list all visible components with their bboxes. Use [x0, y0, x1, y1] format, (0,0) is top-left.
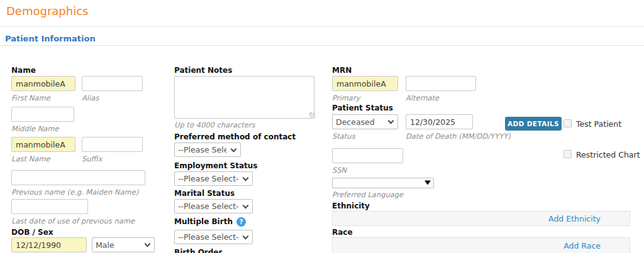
employment-status-select[interactable]: --Please Select--: [174, 171, 253, 186]
alias-label: Alias: [82, 94, 143, 102]
patient-status-group-label: Patient Status: [332, 104, 630, 112]
marital-status-label: Marital Status: [174, 189, 316, 198]
date-of-death-input[interactable]: [406, 114, 473, 129]
dob-input[interactable]: [11, 237, 87, 252]
preferred-contact-select[interactable]: --Please Select--: [174, 143, 241, 157]
mrn-alternate-label: Alternate: [406, 94, 476, 102]
suffix-label: Suffix: [82, 154, 143, 163]
previous-name-end-date-input[interactable]: [11, 199, 88, 214]
preferred-contact-label: Preferred method of contact: [174, 132, 316, 141]
restricted-chart-checkbox[interactable]: [564, 150, 572, 158]
previous-name-label: Previous name (e.g. Maiden Name): [11, 188, 157, 196]
add-ethnicity-link[interactable]: Add Ethnicity: [548, 214, 601, 223]
name-group-label: Name: [11, 66, 157, 75]
mrn-primary-label: Primary: [332, 94, 398, 102]
last-name-label: Last Name: [11, 154, 75, 163]
ethnicity-box: Add Ethnicity: [332, 211, 630, 226]
notes-column: Patient Notes Up to 4000 characters Pref…: [174, 66, 316, 253]
first-name-input[interactable]: [11, 76, 75, 91]
mrn-primary-input[interactable]: [332, 76, 398, 91]
alias-input[interactable]: [82, 76, 143, 91]
patient-notes-textarea[interactable]: [174, 76, 314, 119]
help-icon[interactable]: ?: [236, 217, 246, 227]
ethnicity-label: Ethnicity: [332, 202, 630, 210]
race-label: Race: [332, 228, 630, 237]
last-name-input[interactable]: [11, 137, 75, 152]
patient-notes-hint: Up to 4000 characters: [174, 121, 316, 129]
patient-status-label: Status: [332, 132, 398, 141]
name-column: Name First Name Alias Middle Name Last N…: [11, 66, 157, 252]
multiple-birth-select[interactable]: --Please Select--: [174, 230, 253, 244]
patient-notes-label: Patient Notes: [174, 66, 316, 75]
preferred-language-label: Preferred Language: [332, 190, 630, 199]
ssn-input[interactable]: [332, 148, 403, 163]
ssn-label: SSN: [332, 166, 630, 175]
page-title: Demographics: [6, 4, 88, 18]
record-column: MRN Primary Alternate Patient Status Dec…: [332, 66, 630, 253]
header-divider: [0, 26, 644, 27]
previous-name-input[interactable]: [11, 170, 145, 185]
previous-name-end-date-label: Last date of use of previous name: [11, 217, 157, 225]
dob-sex-group-label: DOB / Sex: [11, 228, 157, 237]
add-details-button[interactable]: ADD DETAILS: [505, 117, 562, 131]
section-title-patient-information: Patient Information: [5, 34, 96, 43]
section-divider: [0, 45, 644, 46]
middle-name-label: Middle Name: [11, 124, 157, 133]
mrn-group-label: MRN: [332, 66, 630, 75]
birth-order-label: Birth Order: [174, 248, 316, 253]
race-box: Add Race: [332, 237, 630, 253]
restricted-chart-label: Restricted Chart: [576, 150, 640, 159]
test-patient-checkbox[interactable]: [564, 119, 572, 127]
sex-select[interactable]: Male: [92, 237, 155, 252]
employment-status-label: Employment Status: [174, 161, 316, 170]
middle-name-input[interactable]: [11, 107, 74, 122]
date-of-death-label: Date of Death (MM/DD/YYYY): [406, 132, 511, 141]
patient-status-select[interactable]: Deceased: [332, 114, 398, 129]
test-patient-label: Test Patient: [576, 119, 621, 129]
demographics-page: Demographics Patient Information Name Fi…: [0, 0, 644, 253]
add-race-link[interactable]: Add Race: [564, 241, 601, 250]
mrn-alternate-input[interactable]: [406, 76, 476, 91]
suffix-input[interactable]: [82, 137, 143, 152]
preferred-language-select[interactable]: [332, 178, 434, 188]
marital-status-select[interactable]: --Please Select--: [174, 199, 253, 213]
multiple-birth-label: Multiple Birth: [174, 217, 233, 226]
first-name-label: First Name: [11, 94, 75, 102]
